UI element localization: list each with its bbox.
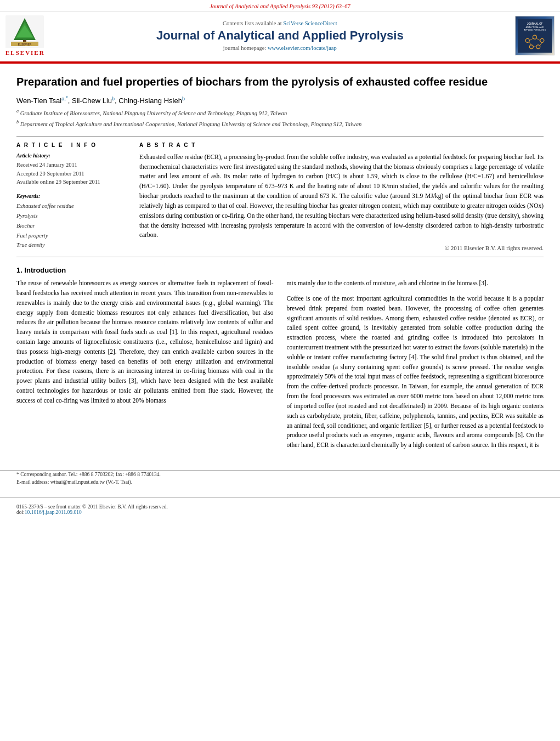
divider-2 (16, 257, 544, 257)
article-content: Preparation and fuel properties of bioch… (0, 64, 560, 467)
journal-title: Journal of Analytical and Applied Pyroly… (45, 29, 515, 43)
doi-link[interactable]: 10.1016/j.jaap.2011.09.010 (25, 510, 82, 515)
keywords-label: Keywords: (16, 193, 126, 199)
keywords-section: Keywords: Exhausted coffee residue Pyrol… (16, 193, 126, 250)
elsevier-tree-icon: ELSEVIER (5, 15, 44, 48)
journal-header: Journal of Analytical and Applied Pyroly… (0, 0, 560, 64)
abstract-text: Exhausted coffee residue (ECR), a proces… (139, 152, 544, 240)
author-1: Wen-Tien Tsai (16, 97, 61, 105)
svg-text:ELSEVIER: ELSEVIER (18, 43, 32, 46)
email-link[interactable]: wttsai@mail.npust.edu.tw (50, 479, 105, 485)
affiliations: a Graduate Institute of Bioresources, Na… (16, 108, 544, 128)
accepted-date: Accepted 20 September 2011 (16, 169, 126, 178)
footnote-email: E-mail address: wttsai@mail.npust.edu.tw… (16, 478, 544, 486)
journal-top-bar: Journal of Analytical and Applied Pyroly… (0, 3, 560, 12)
copyright-line: © 2011 Elsevier B.V. All rights reserved… (139, 245, 544, 251)
keyword-5: True density (16, 240, 126, 250)
cover-svg: JOURNAL OF ANALYTICAL AND APPLIED PYROLY… (518, 16, 552, 55)
author-sep-2: , Ching-Hsiang Hsieh (115, 97, 182, 105)
intro-body: The reuse of renewable bioresources as e… (16, 279, 544, 456)
author-sep-1: , Sii-Chew Liu (68, 97, 112, 105)
article-info-abstract-row: A R T I C L E I N F O Article history: R… (16, 142, 544, 251)
elsevier-logo: ELSEVIER ELSEVIER (5, 15, 45, 56)
affiliation-a: a Graduate Institute of Bioresources, Na… (16, 108, 544, 117)
homepage-label: journal homepage: (223, 45, 266, 51)
journal-center: Contents lists available at SciVerse Sci… (45, 20, 515, 51)
corresponding-star: ,* (64, 95, 68, 101)
contents-line: Contents lists available at SciVerse Sci… (45, 20, 515, 26)
email-person: (W.-T. Tsai). (105, 479, 132, 485)
footnote-section: * Corresponding author. Tel.: +886 8 770… (0, 470, 560, 487)
author-3-sup: b (182, 96, 185, 101)
svg-text:JOURNAL OF: JOURNAL OF (527, 22, 543, 25)
intro-left-col: The reuse of renewable bioresources as e… (16, 279, 274, 456)
elsevier-brand-label: ELSEVIER (5, 49, 45, 56)
article-title: Preparation and fuel properties of bioch… (16, 75, 544, 89)
affil-b-sup: b (16, 120, 19, 125)
footer-bar: 0165-2370/$ – see front matter © 2011 El… (0, 497, 560, 518)
affil-a-text: Graduate Institute of Bioresources, Nati… (20, 110, 287, 116)
affil-b-text: Department of Tropical Agriculture and I… (20, 121, 362, 127)
footer-doi: doi:10.1016/j.jaap.2011.09.010 (16, 510, 544, 515)
journal-cover-image: JOURNAL OF ANALYTICAL AND APPLIED PYROLY… (515, 16, 555, 55)
header-middle: ELSEVIER ELSEVIER Contents lists availab… (0, 12, 560, 59)
intro-section-title: 1. Introduction (16, 266, 544, 274)
affil-a-sup: a (16, 109, 19, 114)
intro-para-2: mix mainly due to the contents of moistu… (287, 279, 544, 289)
affiliation-b: b Department of Tropical Agriculture and… (16, 119, 544, 128)
intro-para-1: The reuse of renewable bioresources as e… (16, 279, 274, 406)
journal-homepage: journal homepage: www.elsevier.com/locat… (45, 45, 515, 51)
abstract-col: A B S T R A C T Exhausted coffee residue… (139, 142, 544, 251)
available-online-date: Available online 29 September 2011 (16, 178, 126, 186)
intro-right-col: mix mainly due to the contents of moistu… (287, 279, 544, 456)
sciverse-link[interactable]: SciVerse ScienceDirect (283, 20, 337, 26)
journal-citation: Journal of Analytical and Applied Pyroly… (210, 3, 350, 9)
keyword-2: Pyrolysis (16, 211, 126, 221)
received-date: Received 24 January 2011 (16, 161, 126, 169)
keyword-4: Fuel property (16, 231, 126, 241)
footnote-corresponding: * Corresponding author. Tel.: +886 8 770… (16, 471, 544, 478)
authors-line: Wen-Tien Tsaia,*, Sii-Chew Liub, Ching-H… (16, 95, 544, 105)
article-info-section-label: A R T I C L E I N F O (16, 142, 126, 148)
header-bottom-border (0, 61, 560, 63)
intro-section-number: 1. Introduction (16, 266, 66, 274)
footer-legal: 0165-2370/$ – see front matter © 2011 El… (16, 504, 544, 510)
email-label: E-mail address: (16, 479, 50, 485)
homepage-url-link[interactable]: www.elsevier.com/locate/jaap (268, 45, 337, 51)
divider-1 (16, 136, 544, 137)
keyword-1: Exhausted coffee residue (16, 201, 126, 211)
svg-text:APPLIED PYROLYSIS: APPLIED PYROLYSIS (524, 29, 546, 31)
intro-para-3: Coffee is one of the most important agri… (287, 294, 544, 450)
svg-text:ANALYTICAL AND: ANALYTICAL AND (525, 26, 544, 29)
page: Journal of Analytical and Applied Pyroly… (0, 0, 560, 741)
abstract-section-label: A B S T R A C T (139, 142, 544, 148)
doi-label: doi: (16, 510, 25, 515)
article-info-col: A R T I C L E I N F O Article history: R… (16, 142, 126, 251)
keyword-3: Biochar (16, 221, 126, 231)
article-history-label: Article history: (16, 152, 126, 159)
